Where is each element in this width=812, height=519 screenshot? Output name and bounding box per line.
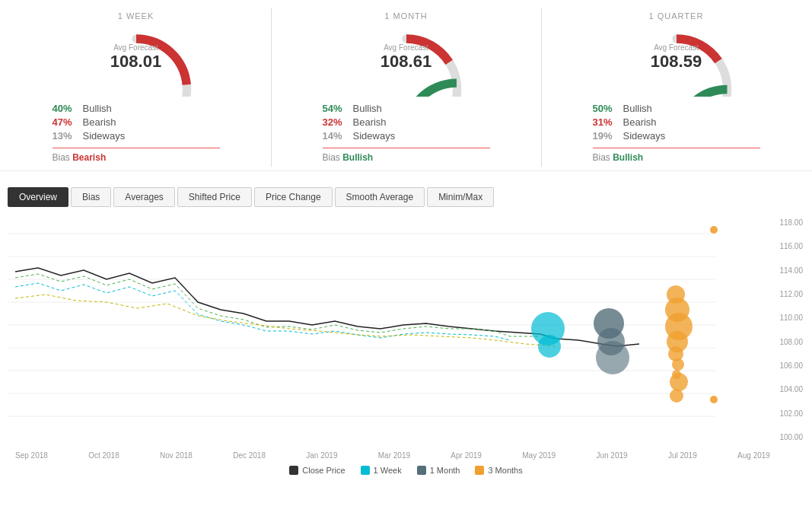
stats-table: 54% Bullish 32% Bearish 14% Sideways <box>323 103 490 142</box>
legend-dot <box>361 466 370 475</box>
sideways-row: 14% Sideways <box>323 130 490 142</box>
forecast-card-0: 1 WEEK Avg Forecast 108.01 40% <box>22 8 250 167</box>
forecast-card-1: 1 MONTH Avg Forecast 108.61 54% <box>292 8 521 167</box>
legend-item-3-months: 3 Months <box>475 466 522 475</box>
svg-point-23 <box>710 226 718 234</box>
tabs-bar: OverviewBiasAveragesShifted PricePrice C… <box>0 183 812 211</box>
bearish-row: 31% Bearish <box>593 116 760 128</box>
tab-price-change[interactable]: Price Change <box>254 187 333 207</box>
legend-item-1-month: 1 Month <box>417 466 460 475</box>
legend-item-close-price: Close Price <box>289 466 345 475</box>
svg-point-13 <box>596 341 629 374</box>
legend-item-1-week: 1 Week <box>361 466 402 475</box>
gauge-text: Avg Forecast 108.01 <box>110 43 161 71</box>
legend-dot <box>289 466 298 475</box>
main-chart <box>8 211 753 447</box>
bullish-row: 40% Bullish <box>53 103 220 114</box>
bias-row: Bias Bullish <box>323 148 490 163</box>
svg-point-19 <box>672 358 684 371</box>
svg-point-22 <box>670 389 683 403</box>
x-axis-labels: Sep 2018Oct 2018Nov 2018Dec 2018Jan 2019… <box>0 449 812 462</box>
period-label: 1 MONTH <box>296 11 517 21</box>
tab-overview[interactable]: Overview <box>8 187 68 207</box>
tab-smooth-average[interactable]: Smooth Average <box>335 187 425 207</box>
legend-dot <box>475 466 484 475</box>
stats-table: 40% Bullish 47% Bearish 13% Sideways <box>53 103 220 142</box>
tab-averages[interactable]: Averages <box>113 187 174 207</box>
gauge: Avg Forecast 108.59 <box>608 24 745 97</box>
svg-point-10 <box>538 335 561 358</box>
gauge-text: Avg Forecast 108.61 <box>381 43 431 71</box>
period-label: 1 QUARTER <box>566 11 787 21</box>
svg-point-24 <box>710 396 718 403</box>
bearish-row: 32% Bearish <box>323 116 490 128</box>
divider <box>541 8 542 167</box>
bias-row: Bias Bullish <box>593 148 760 163</box>
divider <box>271 8 272 167</box>
bias-row: Bias Bearish <box>53 148 220 163</box>
bearish-row: 47% Bearish <box>53 116 220 128</box>
tab-shifted-price[interactable]: Shifted Price <box>177 187 252 207</box>
tab-minim-max[interactable]: Minim/Max <box>427 187 494 207</box>
updated-text <box>0 171 812 183</box>
gauge: Avg Forecast 108.01 <box>68 24 205 97</box>
gauge-text: Avg Forecast 108.59 <box>651 43 702 71</box>
chart-wrapper: 118.00 116.00 114.00 112.00 110.00 108.0… <box>8 211 804 449</box>
tab-bias[interactable]: Bias <box>71 187 111 207</box>
bullish-row: 50% Bullish <box>593 103 760 114</box>
legend-dot <box>417 466 426 475</box>
stats-table: 50% Bullish 31% Bearish 19% Sideways <box>593 103 760 142</box>
forecast-card-2: 1 QUARTER Avg Forecast 108.59 50% <box>562 8 791 167</box>
sideways-row: 19% Sideways <box>593 130 760 142</box>
sideways-row: 13% Sideways <box>53 130 220 142</box>
legend-row: Close Price 1 Week 1 Month 3 Months <box>0 462 812 479</box>
bullish-row: 54% Bullish <box>323 103 490 114</box>
svg-point-21 <box>670 373 688 391</box>
period-label: 1 WEEK <box>26 11 247 21</box>
y-axis: 118.00 116.00 114.00 112.00 110.00 108.0… <box>766 211 804 449</box>
top-section: 1 WEEK Avg Forecast 108.01 40% <box>0 0 812 171</box>
gauge: Avg Forecast 108.61 <box>338 24 475 97</box>
